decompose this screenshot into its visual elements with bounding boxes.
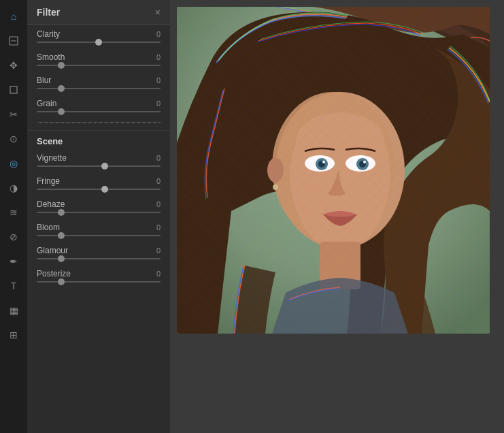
fringe-label: Fringe — [37, 176, 60, 186]
text-icon[interactable]: T — [3, 275, 24, 297]
smooth-label: Smooth — [37, 52, 65, 62]
move-icon[interactable]: ✥ — [3, 54, 24, 76]
filter-grain: Grain 0 — [27, 95, 170, 118]
scissors-icon[interactable]: ✂ — [3, 103, 24, 125]
posterize-value: 0 — [156, 270, 161, 278]
home-icon[interactable]: ⌂ — [3, 5, 24, 27]
dehaze-slider[interactable] — [37, 212, 161, 213]
filter-glamour: Glamour 0 — [27, 242, 170, 265]
grid-icon[interactable]: ▦ — [3, 300, 24, 321]
filter-dehaze: Dehaze 0 — [27, 195, 170, 219]
smooth-slider[interactable] — [37, 65, 161, 66]
filter-icon[interactable]: ◎ — [3, 153, 24, 174]
scene-section-label: Scene — [27, 130, 170, 149]
glamour-slider[interactable] — [37, 258, 161, 259]
clarity-value: 0 — [156, 30, 161, 38]
crop-icon[interactable] — [3, 79, 24, 101]
filter-blur: Blur 0 — [27, 71, 170, 95]
contrast-icon[interactable]: ◑ — [3, 177, 24, 199]
vignette-value: 0 — [156, 154, 161, 162]
blur-label: Blur — [37, 76, 51, 85]
blur-slider[interactable] — [37, 88, 161, 89]
filter-clarity: Clarity 0 — [27, 25, 170, 48]
posterize-label: Posterize — [37, 269, 71, 278]
clarity-slider[interactable] — [37, 42, 161, 43]
bloom-slider[interactable] — [37, 235, 161, 236]
glamour-value: 0 — [156, 246, 161, 255]
glamour-label: Glamour — [37, 246, 68, 255]
edit-icon[interactable] — [3, 30, 24, 52]
grain-slider[interactable] — [37, 111, 161, 112]
posterize-slider[interactable] — [37, 281, 161, 283]
pen-icon[interactable]: ✒ — [3, 251, 24, 272]
panel-close-button[interactable]: × — [155, 7, 161, 18]
filter-vignette: Vignette 0 — [27, 149, 170, 172]
image-canvas[interactable] — [177, 7, 490, 334]
wave-icon[interactable]: ≋ — [3, 202, 24, 223]
filter-panel: Filter × Clarity 0 Smooth 0 Blur 0 — [27, 0, 170, 433]
main-canvas-area — [170, 0, 504, 433]
fringe-slider[interactable] — [37, 189, 161, 190]
grain-label: Grain — [37, 99, 56, 108]
bloom-label: Bloom — [37, 223, 60, 232]
svg-rect-2 — [10, 86, 17, 93]
eyedropper-icon[interactable]: ⊘ — [3, 226, 24, 248]
fringe-value: 0 — [156, 177, 161, 185]
clarity-label: Clarity — [37, 29, 60, 39]
vignette-label: Vignette — [37, 153, 67, 163]
bloom-value: 0 — [156, 223, 161, 231]
blur-value: 0 — [156, 76, 161, 84]
image-icon[interactable]: ⊞ — [3, 324, 24, 346]
filter-smooth: Smooth 0 — [27, 48, 170, 71]
panel-header: Filter × — [27, 0, 170, 25]
panel-title: Filter — [37, 7, 60, 18]
grain-value: 0 — [156, 99, 161, 108]
settings-icon[interactable]: ⊙ — [3, 128, 24, 150]
vignette-slider[interactable] — [37, 165, 161, 167]
dehaze-label: Dehaze — [37, 199, 65, 209]
filter-posterize: Posterize 0 — [27, 265, 170, 288]
filter-fringe: Fringe 0 — [27, 172, 170, 195]
filter-bloom: Bloom 0 — [27, 219, 170, 242]
dehaze-value: 0 — [156, 200, 161, 208]
left-toolbar: ⌂ ✥ ✂ ⊙ ◎ ◑ ≋ ⊘ ✒ T ▦ ⊞ — [0, 0, 27, 433]
smooth-value: 0 — [156, 53, 161, 61]
